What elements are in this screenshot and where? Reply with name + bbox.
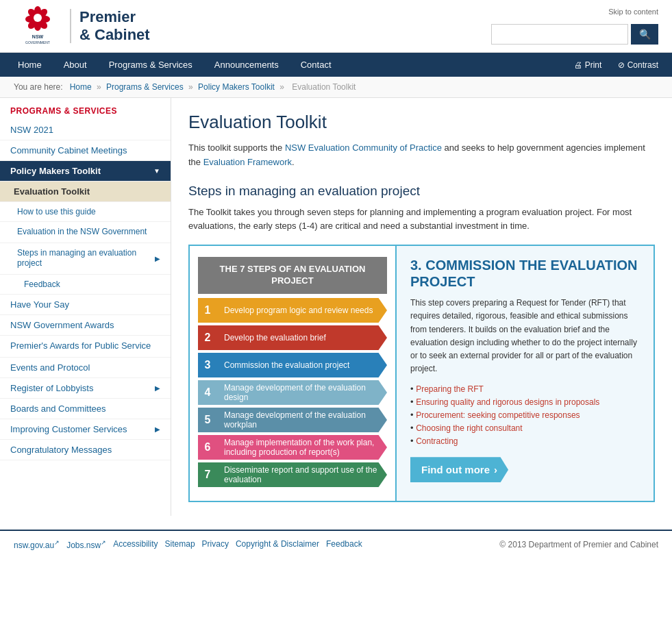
step-row-5[interactable]: 5 Manage development of the evaluation w… xyxy=(198,408,387,432)
step-num-7: 7 xyxy=(198,462,217,487)
sidebar-section-title: PROGRAMS & SERVICES xyxy=(0,98,171,120)
breadcrumb-toolkit[interactable]: Policy Makers Toolkit xyxy=(198,82,275,92)
step-row-6[interactable]: 6 Manage implementation of the work plan… xyxy=(198,435,387,460)
nav-announcements[interactable]: Announcements xyxy=(203,53,290,77)
intro-link-community[interactable]: NSW Evaluation Community of Practice xyxy=(285,142,442,153)
nav-contact[interactable]: Contact xyxy=(290,53,343,77)
step-row-1[interactable]: 1 Develop program logic and review needs xyxy=(198,298,387,323)
sidebar-item-boards[interactable]: Boards and Committees xyxy=(0,399,171,419)
sidebar-item-nsw-awards[interactable]: NSW Government Awards xyxy=(0,315,171,336)
main-content: Evaluation Toolkit This toolkit supports… xyxy=(171,98,672,516)
sidebar-item-feedback[interactable]: Feedback xyxy=(0,275,171,295)
link-procurement[interactable]: Procurement: seeking competitive respons… xyxy=(416,410,580,420)
header-right: Skip to content 🔍 xyxy=(491,8,658,45)
footer-link-privacy[interactable]: Privacy xyxy=(202,539,229,550)
search-area: 🔍 xyxy=(491,24,658,45)
step-label-1: Develop program logic and review needs xyxy=(217,298,387,323)
svg-text:NSW: NSW xyxy=(32,34,44,39)
breadcrumb-home[interactable]: Home xyxy=(70,82,92,92)
sidebar-item-steps[interactable]: Steps in managing an evaluation project … xyxy=(0,243,171,275)
footer-links: nsw.gov.au Jobs.nsw Accessibility Sitema… xyxy=(14,539,362,550)
sidebar-item-nsw2021[interactable]: NSW 2021 xyxy=(0,120,171,140)
logo-area: NSW GOVERNMENT Premier & Cabinet xyxy=(14,5,150,47)
link-item-procurement: Procurement: seeking competitive respons… xyxy=(410,410,640,420)
breadcrumb-current: Evaluation Toolkit xyxy=(292,82,356,92)
step-row-2[interactable]: 2 Develop the evaluation brief xyxy=(198,325,387,350)
step-num-6: 6 xyxy=(198,435,217,460)
footer-link-nswgov[interactable]: nsw.gov.au xyxy=(14,539,60,550)
steps-header: THE 7 STEPS OF AN EVALUATION PROJECT xyxy=(198,257,387,294)
logo-divider xyxy=(70,9,71,43)
link-contracting[interactable]: Contracting xyxy=(416,436,458,446)
sidebar-item-evaluation-toolkit[interactable]: Evaluation Toolkit xyxy=(0,182,171,202)
sidebar-item-lobbyists[interactable]: Register of Lobbyists ▶ xyxy=(0,378,171,399)
step-row-4[interactable]: 4 Manage development of the evaluation d… xyxy=(198,380,387,405)
main-container: PROGRAMS & SERVICES NSW 2021 Community C… xyxy=(0,98,672,516)
page-title: Evaluation Toolkit xyxy=(188,112,655,133)
svg-point-10 xyxy=(34,14,42,22)
link-item-quality: Ensuring quality and rigorous designs in… xyxy=(410,397,640,407)
customer-arrow: ▶ xyxy=(155,425,160,433)
policy-makers-arrow: ▼ xyxy=(153,167,160,175)
sidebar-item-policy-makers[interactable]: Policy Makers Toolkit ▼ xyxy=(0,161,171,182)
link-rft[interactable]: Preparing the RFT xyxy=(416,384,484,394)
step-label-2: Develop the evaluation brief xyxy=(217,325,387,350)
step-label-6: Manage implementation of the work plan, … xyxy=(217,435,387,460)
link-item-consultant: Choosing the right consultant xyxy=(410,423,640,433)
step-num-3: 3 xyxy=(198,353,217,377)
intro-link-framework[interactable]: Evaluation Framework xyxy=(203,157,292,167)
breadcrumb-sep1: » xyxy=(97,82,103,92)
intro-text: This toolkit supports the NSW Evaluation… xyxy=(188,141,655,170)
nav-about[interactable]: About xyxy=(53,53,98,77)
find-out-more-button[interactable]: Find out more xyxy=(410,457,508,482)
breadcrumb-programs[interactable]: Programs & Services xyxy=(106,82,184,92)
sidebar-item-evaluation-nsw[interactable]: Evaluation in the NSW Government xyxy=(0,222,171,243)
nav-programs[interactable]: Programs & Services xyxy=(98,53,203,77)
footer-link-jobs[interactable]: Jobs.nsw xyxy=(66,539,106,550)
logo-text: Premier & Cabinet xyxy=(79,8,150,45)
footer-link-accessibility[interactable]: Accessibility xyxy=(113,539,158,550)
print-button[interactable]: 🖨 Print xyxy=(567,55,608,75)
footer: nsw.gov.au Jobs.nsw Accessibility Sitema… xyxy=(0,530,672,558)
sidebar-item-community-cabinet[interactable]: Community Cabinet Meetings xyxy=(0,140,171,161)
right-panel: 3. COMMISSION THE EVALUATION PROJECT Thi… xyxy=(395,246,654,501)
sidebar-item-how-to-use[interactable]: How to use this guide xyxy=(0,202,171,222)
footer-copyright: © 2013 Department of Premier and Cabinet xyxy=(499,540,658,549)
footer-link-feedback[interactable]: Feedback xyxy=(326,539,362,550)
step-num-4: 4 xyxy=(198,380,217,405)
sidebar-item-customer[interactable]: Improving Customer Services ▶ xyxy=(0,419,171,440)
step-num-5: 5 xyxy=(198,408,217,432)
nav-utilities: 🖨 Print ⊘ Contrast xyxy=(567,55,665,75)
sidebar-item-congratulatory[interactable]: Congratulatory Messages xyxy=(0,440,171,460)
link-consultant[interactable]: Choosing the right consultant xyxy=(416,423,522,433)
link-quality[interactable]: Ensuring quality and rigorous designs in… xyxy=(416,397,599,407)
footer-link-sitemap[interactable]: Sitemap xyxy=(165,539,195,550)
sidebar-item-premiers-awards[interactable]: Premier's Awards for Public Service xyxy=(0,336,171,358)
sidebar-item-have-your-say[interactable]: Have Your Say xyxy=(0,295,171,315)
link-item-rft: Preparing the RFT xyxy=(410,384,640,394)
step-label-7: Disseminate report and support use of th… xyxy=(217,462,387,487)
sidebar-item-events[interactable]: Events and Protocol xyxy=(0,358,171,378)
step-row-3[interactable]: 3 Commission the evaluation project xyxy=(198,353,387,377)
nav-items: Home About Programs & Services Announcem… xyxy=(7,53,343,77)
contrast-button[interactable]: ⊘ Contrast xyxy=(611,55,665,75)
step-row-7[interactable]: 7 Disseminate report and support use of … xyxy=(198,462,387,487)
skip-link[interactable]: Skip to content xyxy=(608,8,658,16)
step-label-4: Manage development of the evaluation des… xyxy=(217,380,387,405)
section-title: Steps in managing an evaluation project xyxy=(188,184,655,199)
step-num-2: 2 xyxy=(198,325,217,350)
search-button[interactable]: 🔍 xyxy=(631,24,658,45)
right-panel-desc: This step covers preparing a Request for… xyxy=(410,297,640,375)
nav-home[interactable]: Home xyxy=(7,53,53,77)
footer-link-copyright[interactable]: Copyright & Disclaimer xyxy=(236,539,319,550)
nsw-logo: NSW GOVERNMENT xyxy=(14,5,62,47)
section-desc: The Toolkit takes you through seven step… xyxy=(188,206,655,234)
sidebar: PROGRAMS & SERVICES NSW 2021 Community C… xyxy=(0,98,171,516)
steps-panel: THE 7 STEPS OF AN EVALUATION PROJECT 1 D… xyxy=(190,246,395,501)
nav-bar: Home About Programs & Services Announcem… xyxy=(0,53,672,77)
steps-arrow: ▶ xyxy=(155,254,160,263)
breadcrumb-sep2: » xyxy=(188,82,195,92)
breadcrumb-sep3: » xyxy=(279,82,286,92)
right-panel-title: 3. COMMISSION THE EVALUATION PROJECT xyxy=(410,257,640,290)
search-input[interactable] xyxy=(491,24,628,45)
